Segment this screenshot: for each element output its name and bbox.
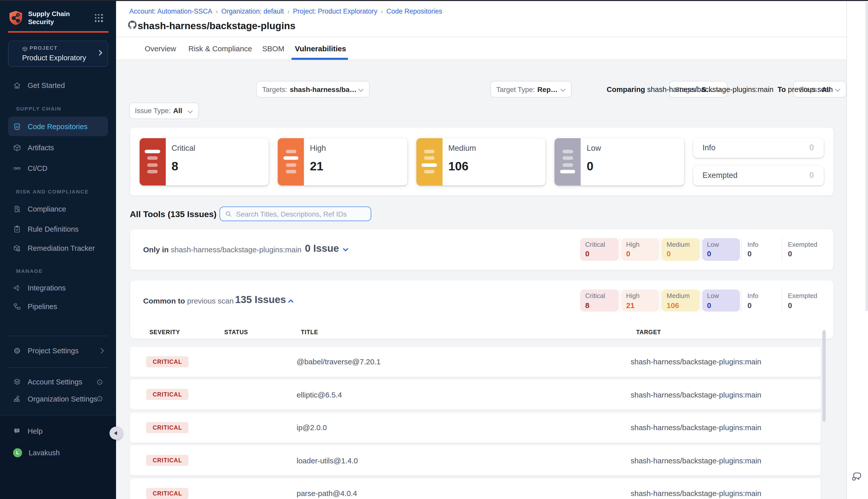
sidebar-item-cicd[interactable]: CI/CD [8,159,108,178]
svg-text:?: ? [16,429,18,432]
github-icon [128,21,137,29]
sidebar-item-code-repositories[interactable]: Code Repositories [8,117,108,136]
code-repositories-icon [13,122,21,130]
app-title: Supply Chain Security [28,10,70,26]
severity-card-info: Info 0 [693,138,823,158]
chevron-up-icon[interactable] [287,297,294,305]
filter-target-type[interactable]: Target Type:Repository [490,81,572,97]
chevron-down-icon [835,87,840,92]
window-scrollbar-thumb[interactable] [865,2,868,311]
severity-card-critical: Critical 8 [139,138,269,185]
issue-row[interactable]: CRITICAL parse-path@4.0.4 shash-harness/… [130,478,821,499]
project-selector[interactable]: PROJECT Product Exploratory [8,41,108,67]
high-severity-icon [278,138,304,185]
window-top-strip [0,0,868,1]
severity-badge: CRITICAL [146,389,189,400]
comparing-text: Comparing shash-harness/backstage-plugin… [607,85,833,94]
list-scrollbar-thumb[interactable] [822,330,826,421]
compliance-document-icon [13,205,21,213]
filter-targets[interactable]: Targets:shash-harness/backsta... [256,81,370,97]
group-issue-count: 0 Issue [305,242,339,254]
chevron-down-icon [560,87,565,92]
chip-medium: Medium106 [661,290,699,311]
severity-card-medium: Medium 106 [416,138,546,185]
medium-severity-icon [416,138,442,185]
chip-low: Low0 [702,238,740,260]
artifacts-cube-icon [13,144,21,151]
issue-target: shash-harness/backstage-plugins:main [631,456,761,465]
supply-chain-security-logo-icon [8,10,24,26]
chip-high: High0 [621,238,659,260]
sidebar-item-project-settings[interactable]: Project Settings [8,341,108,360]
chevron-down-icon [358,87,363,92]
chip-high: High21 [621,290,659,311]
avatar: L [13,448,22,457]
sidebar-item-rule-definitions[interactable]: Rule Definitions [8,219,108,239]
sidebar-item-compliance[interactable]: Compliance [8,199,108,219]
search-input[interactable] [236,210,362,218]
sidebar-divider [8,336,109,336]
severity-badge: CRITICAL [146,488,189,499]
column-header-title: TITLE [301,329,318,335]
group-only-in: Only in shash-harness/backstage-plugins:… [130,229,833,270]
page-header: Account: Automation-SSCA›Organization: d… [116,1,846,37]
cicd-infinity-icon [13,164,21,172]
chip-exempted: Exempted0 [783,290,821,311]
sidebar-item-get-started[interactable]: Get Started [8,76,108,95]
sidebar-item-organization-settings[interactable]: Organization Settings [8,389,108,409]
info-icon [97,379,103,385]
severity-chips: Critical8 High21 Medium106 Low0 Info0 Ex… [579,290,822,311]
issue-title: loader-utils@1.4.0 [297,456,358,465]
severity-card-low: Low 0 [555,138,684,185]
page-title: shash-harness/backstage-plugins [138,20,296,32]
help-chat-icon: ? [13,427,21,435]
issue-row[interactable]: CRITICAL elliptic@6.5.4 shash-harness/ba… [130,379,821,410]
tab-risk-compliance[interactable]: Risk & Compliance [188,44,252,53]
issue-target: shash-harness/backstage-plugins:main [631,390,761,399]
sidebar: Supply Chain Security PROJECT Product Ex… [0,0,116,499]
severity-summary: Critical 8 High 21 Medium 106 Low 0 Info… [130,127,833,195]
severity-card-high: High 21 [278,138,407,185]
issue-row[interactable]: CRITICAL @babel/traverse@7.20.1 shash-ha… [130,346,821,377]
user-menu[interactable]: L Lavakush [8,443,108,462]
sidebar-item-artifacts[interactable]: Artifacts [8,138,108,157]
aida-chat-icon[interactable] [851,471,862,482]
breadcrumb-project[interactable]: Project: Product Exploratory [293,8,377,15]
severity-chips: Critical0 High0 Medium0 Low0 Info0 Exemp… [579,238,822,260]
tab-sbom[interactable]: SBOM [262,44,284,53]
tab-vulnerabilities[interactable]: Vulnerabilities [295,44,346,53]
issue-row[interactable]: CRITICAL loader-utils@1.4.0 shash-harnes… [130,445,821,475]
integrations-icon [13,284,21,292]
low-severity-icon [555,138,581,185]
filter-issue-type[interactable]: Issue Type:All [129,102,199,119]
column-header-severity: SEVERITY [149,329,180,335]
sidebar-collapse-button[interactable] [110,427,123,440]
project-cube-icon [22,45,28,50]
issue-target: shash-harness/backstage-plugins:main [631,489,761,498]
chip-critical: Critical0 [580,238,619,260]
chevron-down-icon[interactable] [342,246,349,253]
chip-info: Info0 [742,238,780,260]
sidebar-item-integrations[interactable]: Integrations [8,278,108,297]
issue-row[interactable]: CRITICAL ip@2.0.0 shash-harness/backstag… [130,412,821,442]
critical-severity-icon [139,138,165,185]
project-name: Product Exploratory [22,54,86,62]
chip-critical: Critical8 [580,290,619,311]
section-label-risk-and-compliance: RISK AND COMPLIANCE [16,188,89,194]
breadcrumb-code-repositories[interactable]: Code Repositories [386,8,442,15]
search-icon [225,210,232,217]
module-switcher-icon[interactable] [95,14,103,22]
active-tab-underline [291,58,348,60]
rule-definitions-clipboard-icon [13,225,21,233]
sidebar-item-pipelines[interactable]: Pipelines [8,297,108,316]
breadcrumb-organization[interactable]: Organization: default [221,8,284,15]
issue-title: ip@2.0.0 [297,423,327,432]
issue-title: parse-path@4.0.4 [297,489,357,498]
breadcrumb-account[interactable]: Account: Automation-SSCA [129,8,212,15]
tab-overview[interactable]: Overview [145,44,176,53]
column-header-target: TARGET [636,329,661,335]
group-common-to: Common to previous scan 135 Issues Criti… [130,280,833,339]
sidebar-item-help[interactable]: ? Help [8,421,108,441]
chevron-down-icon [188,108,193,113]
sidebar-item-remediation-tracker[interactable]: Remediation Tracker [8,239,108,258]
